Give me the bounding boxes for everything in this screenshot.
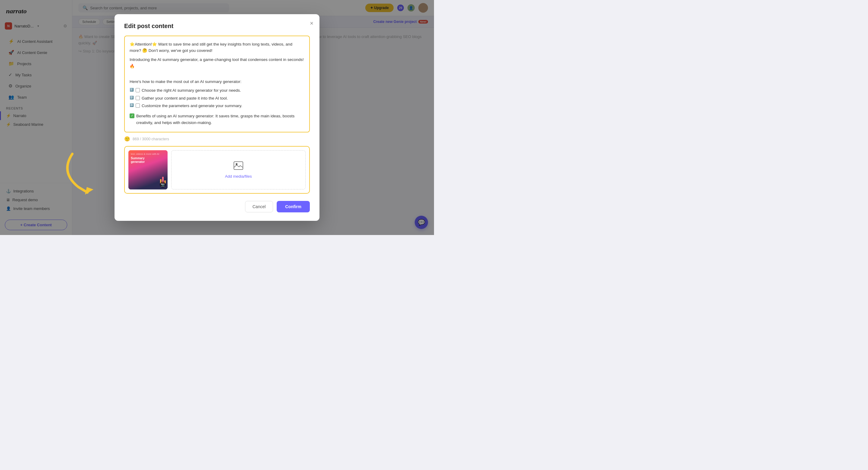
checkbox-row-1: 1️⃣ Choose the right AI summary generato…: [130, 87, 304, 94]
content-paragraph-3: Here's how to make the most out of an AI…: [130, 79, 304, 85]
modal-close-button[interactable]: ×: [310, 20, 313, 26]
checkbox-text-2: Gather your content and paste it into th…: [142, 95, 228, 102]
confirm-button[interactable]: Confirm: [277, 201, 310, 212]
checkbox-3[interactable]: [135, 104, 140, 108]
step-num-1: 1️⃣: [130, 87, 134, 93]
edit-post-modal: Edit post content × ⭐Attention!⭐ Want to…: [115, 14, 319, 221]
thumb-label-main: Summarygenerator: [131, 156, 165, 164]
thumb-label-small: text, videos & more with AI: [131, 153, 165, 155]
checkbox-text-3: Customize the parameters and generate yo…: [142, 102, 242, 109]
checkbox-checked: ✓: [130, 113, 134, 118]
checkbox-text-1: Choose the right AI summary generator fo…: [142, 87, 241, 94]
thumbnail-image: text, videos & more with AI Summarygener…: [128, 150, 167, 189]
image-icon: [234, 161, 243, 172]
cancel-button[interactable]: Cancel: [245, 201, 273, 212]
media-thumbnail[interactable]: text, videos & more with AI Summarygener…: [128, 150, 167, 189]
svg-rect-0: [234, 162, 243, 170]
content-paragraph-1: ⭐Attention!⭐ Want to save time and still…: [130, 41, 304, 54]
checkbox-1[interactable]: [135, 88, 140, 92]
char-count-text: 869 / 3000 characters: [133, 137, 169, 141]
checkbox-row-2: 2️⃣ Gather your content and paste it int…: [130, 95, 304, 102]
svg-marker-3: [85, 187, 93, 195]
step-num-2: 2️⃣: [130, 95, 134, 100]
step-num-3: 3️⃣: [130, 102, 134, 108]
char-count-row: 🙂 869 / 3000 characters: [124, 136, 310, 142]
camera-icon: 📷: [160, 182, 166, 188]
content-paragraph-2: Introducing the AI summary generator, a …: [130, 56, 304, 69]
modal-title: Edit post content: [124, 23, 310, 30]
media-section: text, videos & more with AI Summarygener…: [124, 146, 310, 194]
arrow-annotation-left: [60, 148, 121, 196]
add-media-button[interactable]: Add media/files: [171, 150, 306, 189]
post-content-editor[interactable]: ⭐Attention!⭐ Want to save time and still…: [124, 36, 310, 133]
emoji-icon[interactable]: 🙂: [124, 136, 130, 142]
modal-footer: Cancel Confirm: [124, 201, 310, 212]
benefit-row: ✓ Benefits of using an AI summary genera…: [130, 113, 304, 126]
add-media-label: Add media/files: [225, 174, 252, 179]
checkbox-2[interactable]: [135, 96, 140, 100]
checkbox-row-3: 3️⃣ Customize the parameters and generat…: [130, 102, 304, 109]
benefit-text: Benefits of using an AI summary generato…: [136, 113, 304, 126]
modal-overlay: Edit post content × ⭐Attention!⭐ Want to…: [0, 0, 434, 235]
